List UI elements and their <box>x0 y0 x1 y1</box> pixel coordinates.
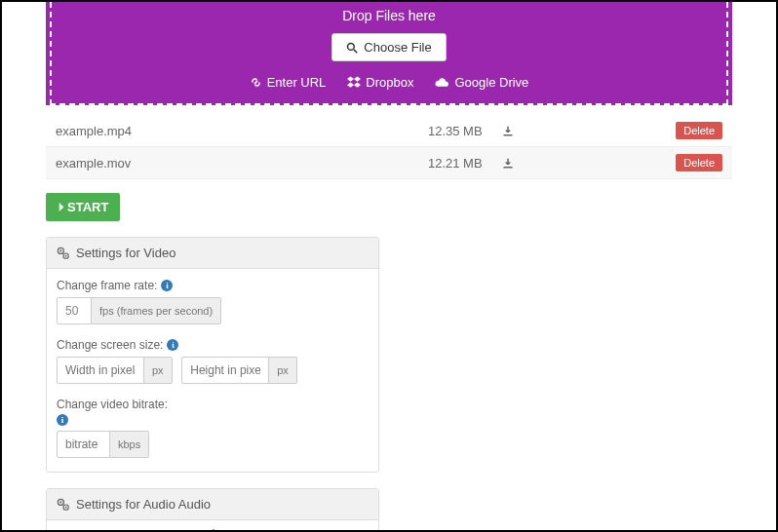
audio-settings-title: Settings for Audio Audio <box>76 497 211 512</box>
video-settings-header: Settings for Video <box>47 238 378 269</box>
file-size: 12.21 MB <box>389 147 492 179</box>
kbps-suffix: kbps <box>110 431 149 458</box>
bitrate-input[interactable] <box>57 431 110 458</box>
enter-url-link[interactable]: Enter URL <box>250 75 327 90</box>
svg-line-1 <box>354 49 357 52</box>
svg-rect-2 <box>503 134 512 136</box>
file-list: example.mp4 12.35 MB Delete example.mov … <box>46 115 732 179</box>
cloud-icon <box>435 77 449 89</box>
dropbox-icon <box>347 76 361 89</box>
info-icon[interactable]: i <box>167 339 178 351</box>
gears-icon <box>57 498 70 512</box>
file-name: example.mp4 <box>46 115 389 147</box>
info-icon[interactable]: i <box>161 280 173 291</box>
bitrate-label: Change video bitrate: i <box>57 398 369 426</box>
width-input[interactable] <box>57 357 144 384</box>
dropbox-label: Dropbox <box>366 75 413 90</box>
px-suffix: px <box>144 357 173 384</box>
gdrive-link[interactable]: Google Drive <box>435 75 528 90</box>
file-name: example.mov <box>46 147 389 179</box>
svg-point-5 <box>59 249 61 251</box>
delete-button[interactable]: Delete <box>676 122 722 139</box>
drop-files-area[interactable]: Drop Files here Choose File Enter URL Dr… <box>46 2 732 105</box>
dropbox-link[interactable]: Dropbox <box>347 75 413 90</box>
delete-button[interactable]: Delete <box>676 154 722 171</box>
frame-rate-input[interactable] <box>57 297 92 324</box>
drop-title: Drop Files here <box>61 2 717 33</box>
frame-rate-label: Change frame rate: i <box>57 279 369 292</box>
enter-url-label: Enter URL <box>267 75 327 90</box>
search-icon <box>346 42 358 54</box>
choose-file-button[interactable]: Choose File <box>331 33 446 61</box>
height-input[interactable] <box>181 357 269 384</box>
link-icon <box>250 76 262 89</box>
svg-point-7 <box>65 254 67 256</box>
chevron-right-icon <box>58 202 66 212</box>
video-settings-title: Settings for Video <box>76 246 175 260</box>
gdrive-label: Google Drive <box>454 75 528 90</box>
svg-point-0 <box>348 43 355 50</box>
gears-icon <box>57 247 70 260</box>
video-settings-panel: Settings for Video Change frame rate: i … <box>46 237 379 473</box>
svg-rect-3 <box>503 167 512 169</box>
choose-file-label: Choose File <box>364 40 431 55</box>
start-button-top[interactable]: START <box>46 193 120 221</box>
audio-settings-panel: Settings for Audio Audio Disable audio t… <box>46 488 379 532</box>
frame-rate-suffix: fps (frames per second) <box>92 297 221 324</box>
file-row: example.mov 12.21 MB Delete <box>46 147 732 179</box>
start-label: START <box>67 200 108 214</box>
download-icon[interactable] <box>502 126 514 137</box>
screen-size-label: Change screen size: i <box>57 338 369 352</box>
file-row: example.mp4 12.35 MB Delete <box>46 115 732 147</box>
download-icon[interactable] <box>502 158 514 170</box>
px-suffix: px <box>269 357 297 384</box>
info-icon[interactable]: i <box>57 414 68 426</box>
svg-point-11 <box>65 506 67 508</box>
audio-settings-header: Settings for Audio Audio <box>47 489 378 520</box>
file-size: 12.35 MB <box>389 115 492 147</box>
svg-point-9 <box>59 501 61 503</box>
